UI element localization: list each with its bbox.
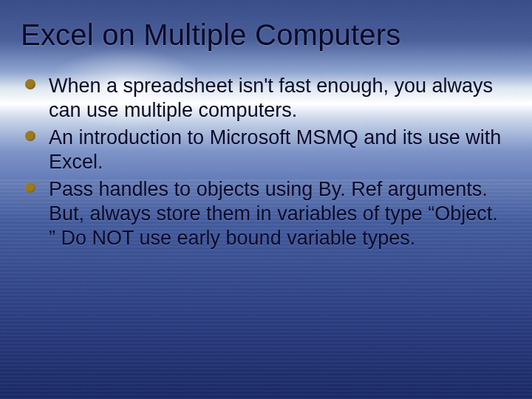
list-item: When a spreadsheet isn't fast enough, yo… [25,74,507,123]
list-item: An introduction to Microsoft MSMQ and it… [25,126,507,174]
bullet-list: When a spreadsheet isn't fast enough, yo… [25,74,507,250]
slide: Excel on Multiple Computers When a sprea… [0,0,532,399]
slide-title: Excel on Multiple Computers [21,18,511,52]
list-item: Pass handles to objects using By. Ref ar… [25,177,507,250]
